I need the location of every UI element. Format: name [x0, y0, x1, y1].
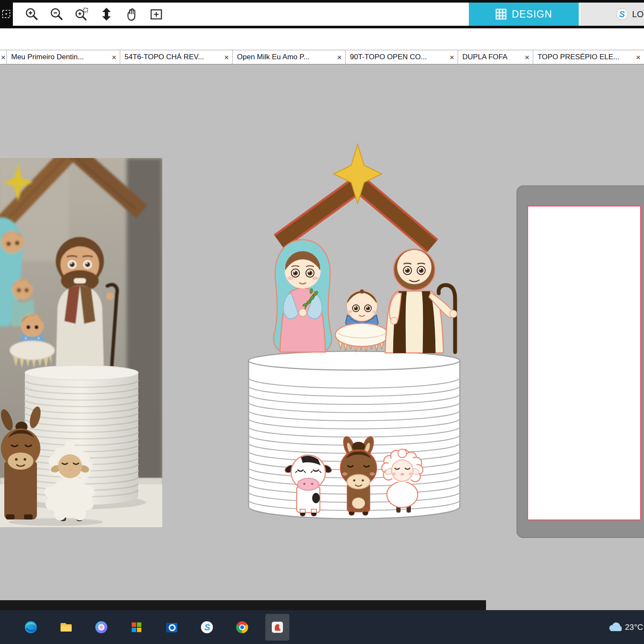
design-canvas[interactable] [0, 64, 644, 610]
windows-taskbar: S 23°C [0, 610, 644, 644]
zoom-selection-icon [74, 7, 89, 21]
tab-label: 90T-TOPO OPEN CO... [350, 53, 446, 61]
main-toolbar: DESIGN S LO [13, 3, 644, 26]
svg-text:S: S [619, 9, 625, 19]
tab-close-icon[interactable]: × [224, 53, 229, 61]
document-tab[interactable]: DUPLA FOFA × [458, 50, 533, 64]
fit-to-window-button[interactable] [148, 6, 165, 23]
taskbar-app-silhouette[interactable]: S [195, 614, 219, 641]
silhouette-icon: S [200, 620, 214, 634]
tab-label: 54T6-TOPO CHÁ REV... [125, 53, 221, 61]
document-tab[interactable]: TOPO PRESÉPIO ELE... × [533, 50, 644, 64]
tab-design[interactable]: DESIGN [469, 3, 579, 26]
taskbar-app-microsoft-apps[interactable] [125, 614, 149, 641]
zoom-in-icon [24, 7, 39, 21]
taskbar-app-outlook[interactable] [160, 614, 184, 641]
zoom-selection-button[interactable] [73, 6, 90, 23]
taskbar-app-file-explorer[interactable] [54, 614, 78, 641]
account-area[interactable]: S LO [580, 3, 644, 26]
artboard-page[interactable] [527, 206, 641, 520]
microsoft-apps-icon [130, 621, 143, 634]
document-tabbar: × Meu Primeiro Dentin... × 54T6-TOPO CHÁ… [0, 50, 644, 64]
pan-hand-icon [124, 7, 139, 21]
design-grid-icon [495, 9, 507, 20]
taskbar-weather[interactable]: 23°C [606, 610, 643, 644]
copilot-icon [94, 620, 108, 634]
tab-label: Meu Primeiro Dentin... [11, 53, 108, 61]
taskbar-app-copilot[interactable] [89, 614, 113, 641]
zoom-out-icon [49, 7, 64, 21]
temperature-label: 23°C [625, 623, 643, 632]
document-tab[interactable]: Meu Primeiro Dentin... × [7, 50, 120, 64]
outlook-icon [165, 620, 179, 634]
tab-close-icon[interactable]: × [112, 53, 116, 61]
toolbar-spacer [0, 28, 644, 50]
tab-close-icon[interactable]: × [636, 53, 641, 61]
edge-icon [24, 620, 38, 634]
fit-to-window-icon [149, 7, 164, 21]
pan-arrow-button[interactable] [98, 6, 115, 23]
document-tab-partial[interactable]: × [0, 50, 7, 64]
tab-label: DUPLA FOFA [462, 53, 521, 61]
taskbar-app-silhouette-studio[interactable] [265, 614, 289, 641]
pan-arrow-icon [99, 7, 114, 21]
nativity-design-object[interactable] [238, 141, 477, 525]
selection-tool-button[interactable] [0, 5, 12, 23]
design-tab-label: DESIGN [512, 9, 552, 20]
document-tab[interactable]: 54T6-TOPO CHÁ REV... × [120, 50, 233, 64]
reference-photo[interactable] [0, 158, 162, 527]
taskbar-app-edge[interactable] [19, 614, 43, 641]
tab-close-icon[interactable]: × [337, 53, 342, 61]
account-label: LO [632, 9, 644, 19]
document-tab[interactable]: 90T-TOPO OPEN CO... × [346, 50, 458, 64]
silhouette-logo-icon: S [615, 7, 629, 21]
taskbar-app-chrome[interactable] [230, 614, 254, 641]
zoom-in-button[interactable] [23, 6, 40, 23]
silhouette-studio-icon [270, 620, 284, 634]
file-explorer-icon [59, 620, 73, 634]
artboard-frame [516, 185, 644, 538]
chrome-icon [235, 620, 249, 634]
tab-label: TOPO PRESÉPIO ELE... [538, 53, 632, 61]
window-bottom-bar [0, 600, 486, 610]
svg-text:S: S [204, 623, 210, 632]
document-tab[interactable]: Open Milk Eu Amo P... × [233, 50, 346, 64]
cloud-icon [606, 620, 622, 635]
tab-close-icon[interactable]: × [525, 53, 529, 61]
zoom-out-button[interactable] [48, 6, 65, 23]
selection-tool-icon [1, 9, 12, 19]
tab-close-icon[interactable]: × [1, 53, 6, 61]
tab-label: Open Milk Eu Amo P... [237, 53, 334, 61]
pan-hand-button[interactable] [123, 6, 140, 23]
app-header: DESIGN S LO [0, 0, 644, 28]
tab-close-icon[interactable]: × [450, 53, 454, 61]
